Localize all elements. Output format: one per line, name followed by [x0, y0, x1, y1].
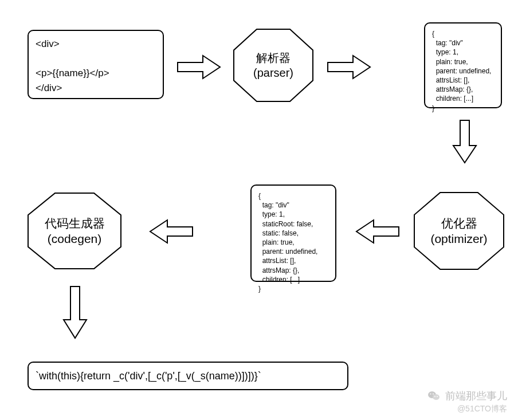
- svg-point-0: [428, 391, 436, 398]
- svg-point-2: [430, 394, 431, 395]
- watermark-line1: 前端那些事儿: [427, 389, 507, 403]
- arrow-right-icon: [327, 54, 371, 80]
- arrow-left-icon: [355, 219, 400, 244]
- codegen-node: 代码生成器 (codegen): [28, 193, 121, 269]
- template-source-box: <div> <p>{{name}}</p> </div>: [28, 30, 164, 99]
- parser-label-zh: 解析器: [256, 50, 291, 65]
- svg-point-3: [433, 394, 434, 395]
- svg-point-5: [437, 396, 438, 397]
- template-source-code: <div> <p>{{name}}</p> </div>: [36, 37, 156, 95]
- arrow-down-icon: [62, 285, 88, 339]
- ast-optimized-code: { tag: "div" type: 1, staticRoot: false,…: [258, 191, 328, 293]
- optimizer-label-zh: 优化器: [441, 215, 477, 231]
- ast-raw-box: { tag: "div" type: 1, plain: true, paren…: [424, 22, 502, 108]
- parser-node: 解析器 (parser): [233, 29, 313, 102]
- codegen-label-zh: 代码生成器: [45, 215, 105, 231]
- watermark-line2: @51CTO博客: [457, 404, 507, 414]
- svg-point-1: [433, 394, 440, 400]
- ast-raw-code: { tag: "div" type: 1, plain: true, paren…: [432, 29, 494, 113]
- render-fn-box: `with(this){return _c('div',[_c('p',[_v(…: [28, 362, 348, 390]
- arrow-left-icon: [149, 219, 194, 244]
- render-fn-code: `with(this){return _c('div',[_c('p',[_v(…: [36, 370, 261, 382]
- parser-label-en: (parser): [253, 65, 293, 80]
- optimizer-node: 优化器 (optimizer): [414, 192, 504, 270]
- watermark-text-1: 前端那些事儿: [445, 389, 507, 403]
- watermark-text-2: @51CTO博客: [457, 404, 507, 413]
- ast-optimized-box: { tag: "div" type: 1, staticRoot: false,…: [250, 185, 336, 282]
- arrow-right-icon: [176, 54, 221, 80]
- arrow-down-icon: [452, 119, 477, 164]
- wechat-icon: [427, 389, 441, 403]
- svg-point-4: [434, 396, 435, 397]
- codegen-label-en: (codegen): [48, 231, 102, 246]
- optimizer-label-en: (optimizer): [430, 231, 487, 246]
